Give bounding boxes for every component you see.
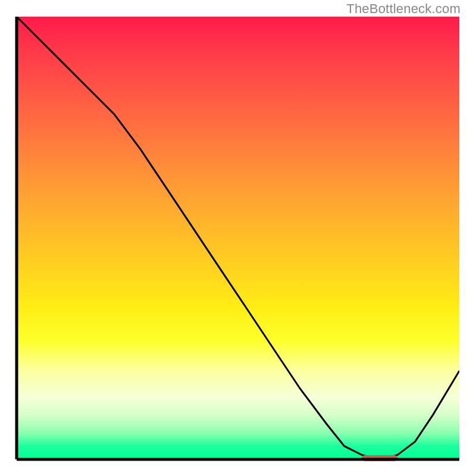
watermark-text: TheBottleneck.com [346,1,461,17]
optimal-range-marker [362,455,397,461]
bottleneck-chart: TheBottleneck.com [0,0,476,476]
gradient-plot-background [17,17,459,459]
